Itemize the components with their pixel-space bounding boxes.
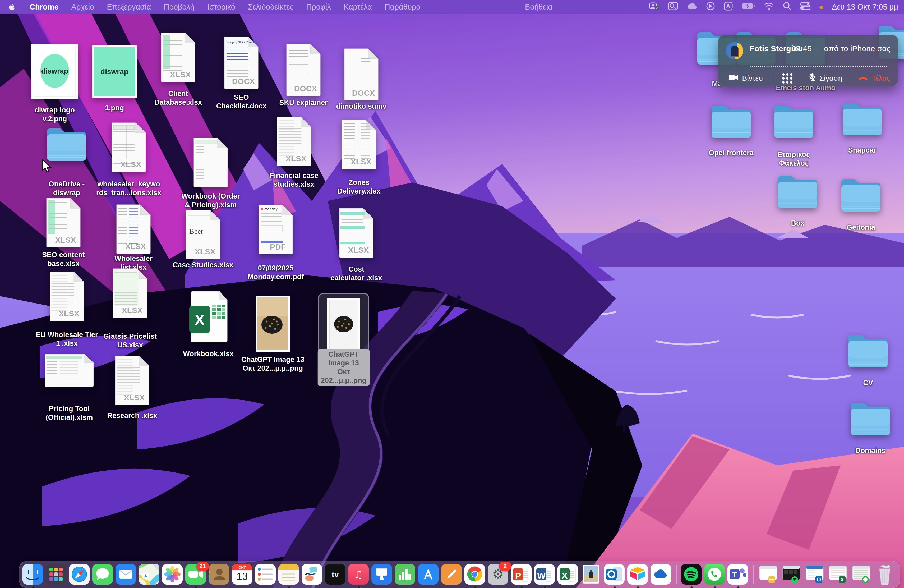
menu-item-2[interactable]: Προβολή (164, 3, 194, 11)
dock-finder[interactable] (22, 564, 44, 585)
dock-min-excel-window[interactable]: X (828, 564, 849, 585)
mute-button[interactable]: Σίγαση (801, 70, 850, 86)
svg-text:tv: tv (332, 570, 339, 579)
dock-whatsapp[interactable] (704, 564, 725, 585)
control-center-icon[interactable] (800, 2, 811, 12)
file-icon[interactable]: XLSX (338, 208, 375, 259)
file-icon[interactable]: diswrap (32, 44, 78, 100)
teams-status-icon[interactable] (649, 1, 659, 13)
dock-photos[interactable] (162, 564, 183, 585)
dock-excel[interactable]: X (558, 564, 579, 585)
spotlight-search-icon[interactable] (783, 2, 792, 13)
play-circle-icon[interactable] (706, 2, 715, 13)
file-icon[interactable]: XLSX (160, 32, 197, 83)
dock-powerpoint[interactable]: P (511, 564, 533, 585)
menu-help[interactable]: Βοήθεια (525, 3, 552, 11)
file-icon[interactable]: XLSX (340, 120, 378, 170)
file-icon[interactable] (45, 126, 88, 163)
dock-word[interactable]: W (534, 564, 556, 585)
file-icon[interactable]: X (188, 291, 229, 344)
dock-messages[interactable] (92, 564, 114, 585)
call-notification[interactable]: Fotis Stergiou 07:45 — από το iPhone σας… (718, 35, 898, 87)
file-icon[interactable]: XLSX (45, 198, 82, 248)
dock-calendar[interactable]: ΟΚΤ13 (232, 564, 253, 585)
keypad-icon (782, 73, 792, 84)
dock: 21ΟΚΤ13tv♫⚙2PWXTX (19, 561, 900, 588)
end-call-button[interactable]: Τέλος (850, 70, 898, 86)
apple-menu-icon[interactable] (9, 3, 16, 11)
dock-freeform[interactable] (302, 564, 323, 585)
screen-capture-icon[interactable] (668, 1, 678, 13)
onedrive-cloud-icon[interactable] (686, 2, 697, 12)
icon-label: ChatGPT Image 13 Οκτ 202...μ.μ..png (232, 355, 314, 373)
file-icon[interactable]: diswrap (92, 46, 137, 99)
file-icon[interactable]: Shopify SEO Checklist DOCX (223, 36, 260, 90)
dock-mail[interactable] (115, 564, 137, 585)
file-icon[interactable]: XLSX (110, 122, 147, 173)
folder-icon[interactable] (839, 177, 883, 214)
input-source-a-icon[interactable]: A (724, 1, 733, 13)
file-icon[interactable]: XLSX (115, 204, 152, 255)
dock-min-spotify-window[interactable] (781, 564, 803, 585)
dock-maps[interactable] (139, 564, 160, 585)
file-icon[interactable] (256, 296, 290, 353)
file-icon[interactable] (318, 293, 369, 357)
file-icon[interactable]: Beer XLSX (185, 209, 221, 260)
folder-icon[interactable] (849, 400, 892, 438)
wifi-icon[interactable] (763, 2, 774, 12)
file-icon[interactable]: XLSX (48, 271, 85, 322)
file-icon[interactable]: XLSX (114, 355, 151, 406)
folder-icon[interactable] (710, 103, 753, 141)
dock-music[interactable]: ♫ (348, 564, 370, 585)
dock-chrome[interactable] (465, 564, 486, 585)
menu-item-5[interactable]: Προφίλ (306, 3, 331, 11)
menu-item-6[interactable]: Καρτέλα (344, 3, 372, 11)
dock-notes[interactable] (278, 564, 300, 585)
menu-item-7[interactable]: Παράθυρο (385, 3, 420, 11)
svg-text:XLSX: XLSX (125, 242, 146, 251)
dock-teams[interactable]: T (727, 564, 749, 585)
dock-onedrive[interactable] (651, 564, 672, 585)
dock-safari[interactable] (69, 564, 90, 585)
file-icon[interactable]: monday PDF (257, 205, 294, 255)
dock-outlook[interactable] (604, 564, 626, 585)
file-icon[interactable]: XLSX (112, 268, 149, 319)
dock-contacts[interactable] (209, 564, 230, 585)
running-indicator-dot (32, 586, 34, 588)
folder-icon[interactable] (841, 100, 884, 138)
file-icon[interactable]: DOCX (285, 44, 322, 97)
dock-photo-file[interactable] (581, 564, 602, 585)
dock-system-settings[interactable]: ⚙2 (488, 564, 509, 585)
file-icon[interactable] (43, 354, 95, 388)
dock-numbers[interactable] (395, 564, 416, 585)
dock-min-outlook-window[interactable] (804, 564, 826, 585)
folder-icon[interactable] (776, 174, 819, 211)
folder-icon[interactable] (772, 103, 815, 141)
dock-reminders[interactable] (255, 564, 277, 585)
dock-spotify[interactable] (681, 564, 702, 585)
menu-item-4[interactable]: Σελιδοδείκτες (248, 3, 293, 11)
video-button[interactable]: Βίντεο (718, 70, 773, 86)
dock-app-store[interactable] (418, 564, 439, 585)
dock-keynote[interactable] (371, 564, 393, 585)
dock-facetime[interactable]: 21 (185, 564, 207, 585)
battery-charging-icon[interactable] (741, 2, 755, 12)
file-icon[interactable]: XLSX (275, 116, 313, 167)
menubar-clock[interactable]: Δευ 13 Οκτ 7:05 μμ (832, 3, 898, 11)
keypad-button[interactable] (773, 70, 801, 86)
dock-min-notes-window[interactable] (758, 564, 779, 585)
dock-min-whatsapp-window[interactable] (851, 564, 872, 585)
dock-airtable[interactable] (627, 564, 649, 585)
menu-app-name[interactable]: Chrome (30, 3, 58, 11)
dock-launchpad[interactable] (46, 564, 67, 585)
file-icon[interactable]: DOCX (343, 48, 380, 101)
menu-item-1[interactable]: Επεξεργασία (107, 3, 151, 11)
dock-pages[interactable] (441, 564, 463, 585)
dock-tv[interactable]: tv (325, 564, 346, 585)
menu-item-0[interactable]: Αρχείο (71, 3, 94, 11)
menu-item-3[interactable]: Ιστορικό (207, 3, 235, 11)
dock-trash[interactable] (874, 564, 896, 585)
file-icon[interactable] (192, 138, 229, 188)
folder-icon[interactable] (846, 333, 890, 370)
video-camera-icon (729, 74, 738, 83)
